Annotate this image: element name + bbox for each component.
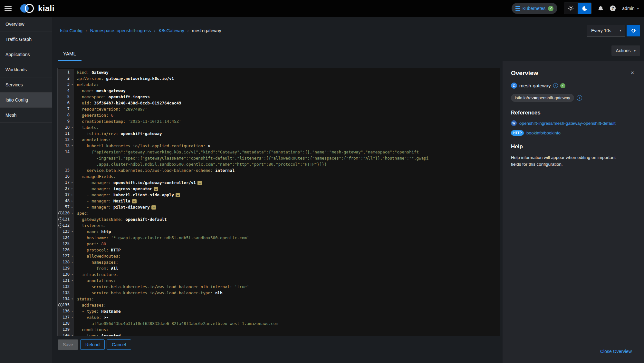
code-line: annotations: <box>74 137 111 143</box>
editor-line: 125 port: 80 <box>58 241 500 247</box>
reference-link[interactable]: bookinfo/bookinfo <box>526 131 561 135</box>
fold-toggle-icon[interactable]: ▾ <box>72 124 73 131</box>
fold-toggle-icon[interactable]: ▾ <box>72 333 73 336</box>
code-line: apiVersion: gateway.networking.k8s.io/v1 <box>74 75 174 82</box>
editor-gutter: 129 <box>58 265 74 271</box>
refresh-icon <box>631 28 636 33</box>
code-line: labels: <box>74 124 99 131</box>
line-number: 130 <box>58 271 70 278</box>
editor-line: 7 resourceVersion: '28974897' <box>58 106 500 112</box>
fold-widget[interactable]: ↔ <box>151 205 156 210</box>
line-number: 123 <box>58 229 70 235</box>
editor-line: -ingress"},"spec":{"gatewayClassName":"o… <box>58 155 500 161</box>
code-line: hostname: '*.gwapi.apps.cluster-ndb5l.nd… <box>74 235 249 241</box>
fold-toggle-icon[interactable]: ▸ <box>72 204 73 210</box>
line-info-icon[interactable]: i <box>58 211 62 215</box>
fold-widget[interactable]: ↔ <box>132 199 137 203</box>
line-info-icon[interactable]: i <box>58 223 62 228</box>
editor-line: .apps.cluster-ndb5l.ndb5l.sandbox500.ope… <box>58 161 500 167</box>
fold-widget[interactable]: ↔ <box>176 193 180 197</box>
close-icon[interactable]: ✕ <box>629 70 636 76</box>
fold-toggle-icon[interactable]: ▸ <box>72 198 73 204</box>
tab-yaml[interactable]: YAML <box>58 48 82 61</box>
hamburger-menu-icon[interactable] <box>5 6 12 11</box>
line-number: 139 <box>58 327 70 333</box>
save-button[interactable]: Save <box>58 339 78 350</box>
editor-gutter: 131▾ <box>58 278 74 284</box>
breadcrumb-item[interactable]: K8sGateway <box>159 28 184 33</box>
fold-toggle-icon[interactable]: ▾ <box>72 210 73 216</box>
sidebar-item-mesh[interactable]: Mesh <box>0 108 52 123</box>
sidebar-item-services[interactable]: Services <box>0 77 52 93</box>
light-theme-button[interactable] <box>564 3 578 14</box>
editor-gutter: 2 <box>58 75 74 82</box>
code-line: generation: 6 <box>74 112 113 118</box>
help-button[interactable]: ? <box>610 5 616 11</box>
sidebar-item-istio-config[interactable]: Istio Config <box>0 93 52 108</box>
fold-toggle-icon[interactable]: ▾ <box>72 314 73 320</box>
code-line: namespaces: <box>74 259 118 265</box>
line-number: 9 <box>58 118 70 124</box>
dark-theme-button[interactable] <box>578 3 591 14</box>
yaml-editor[interactable]: 1kind: Gateway2apiVersion: gateway.netwo… <box>57 68 500 336</box>
editor-gutter: i135 <box>58 302 74 308</box>
line-info-icon[interactable]: i <box>58 217 62 221</box>
reference-link[interactable]: openshift-ingress/mesh-gateway-openshift… <box>519 121 616 126</box>
editor-gutter: 11 <box>58 131 74 137</box>
line-number: 37 <box>58 192 70 198</box>
editor-line: 134▾status: <box>58 296 500 302</box>
fold-toggle-icon[interactable]: ▸ <box>72 186 73 192</box>
editor-line: 9 creationTimestamp: '2025-11-10T21:14:4… <box>58 118 500 124</box>
breadcrumb-item[interactable]: Namespace: openshift-ingress <box>90 28 151 33</box>
fold-toggle-icon[interactable]: ▾ <box>72 229 73 235</box>
sidebar-item-traffic-graph[interactable]: Traffic Graph <box>0 32 52 47</box>
fold-toggle-icon[interactable]: ▾ <box>72 143 73 149</box>
editor-line: 133 service.beta.kubernetes.io/aws-load-… <box>58 290 500 296</box>
fold-toggle-icon[interactable]: ▾ <box>72 82 73 88</box>
code-line: .apps.cluster-ndb5l.ndb5l.sandbox500.ope… <box>74 161 327 167</box>
fold-toggle-icon[interactable]: ▾ <box>72 271 73 278</box>
line-info-icon[interactable]: i <box>58 303 62 307</box>
editor-line: 10▾ labels: <box>58 124 500 131</box>
editor-gutter: 3▾ <box>58 82 74 88</box>
refresh-interval-select[interactable]: Every 10s ▾ <box>587 25 625 36</box>
line-number: 12 <box>58 137 70 143</box>
notifications-button[interactable] <box>598 6 603 11</box>
fold-toggle-icon[interactable]: ▸ <box>72 180 73 186</box>
fold-toggle-icon[interactable]: ▸ <box>72 192 73 198</box>
breadcrumb-separator: › <box>187 29 189 33</box>
editor-gutter: 132 <box>58 284 74 290</box>
refresh-button[interactable] <box>627 25 640 36</box>
fold-toggle-icon[interactable]: ▾ <box>72 253 73 259</box>
fold-widget[interactable]: ↔ <box>197 181 202 185</box>
line-number: 17 <box>58 180 70 186</box>
actions-dropdown[interactable]: Actions ▾ <box>611 45 640 56</box>
line-number: 134 <box>58 296 70 302</box>
fold-toggle-icon[interactable]: ▾ <box>72 137 73 143</box>
breadcrumb-item[interactable]: Istio Config <box>60 28 82 33</box>
fold-toggle-icon[interactable]: ▾ <box>72 308 73 314</box>
cancel-button[interactable]: Cancel <box>107 339 131 350</box>
line-number: 137 <box>58 314 70 320</box>
fold-widget[interactable]: ↔ <box>154 187 158 191</box>
sidebar-item-applications[interactable]: Applications <box>0 47 52 62</box>
fold-toggle-icon[interactable]: ▾ <box>72 296 73 302</box>
reload-button[interactable]: Reload <box>80 339 105 350</box>
code-line: conditions: <box>74 327 109 333</box>
close-overview-link[interactable]: Close Overview <box>600 349 632 354</box>
cluster-badge[interactable]: Kubernetes ✓ <box>512 3 558 14</box>
editor-gutter: 140▾ <box>58 333 74 336</box>
sidebar-item-overview[interactable]: Overview <box>0 17 52 32</box>
line-number: 140 <box>58 333 70 336</box>
info-icon[interactable]: i <box>577 95 582 101</box>
code-line: resourceVersion: '28974897' <box>74 106 147 112</box>
code-line: service.beta.kubernetes.io/aws-load-bala… <box>74 284 249 290</box>
fold-toggle-icon[interactable]: ▾ <box>72 259 73 265</box>
code-line: from: All <box>74 265 118 271</box>
user-menu[interactable]: admin ▾ <box>622 6 639 11</box>
code-line: uid: 36f364b7-b240-430d-8ccb-0192764cac4… <box>74 100 181 106</box>
sidebar-item-workloads[interactable]: Workloads <box>0 62 52 77</box>
info-icon[interactable]: i <box>553 83 558 88</box>
kiali-logo[interactable]: kiali <box>19 3 54 14</box>
fold-toggle-icon[interactable]: ▾ <box>72 278 73 284</box>
